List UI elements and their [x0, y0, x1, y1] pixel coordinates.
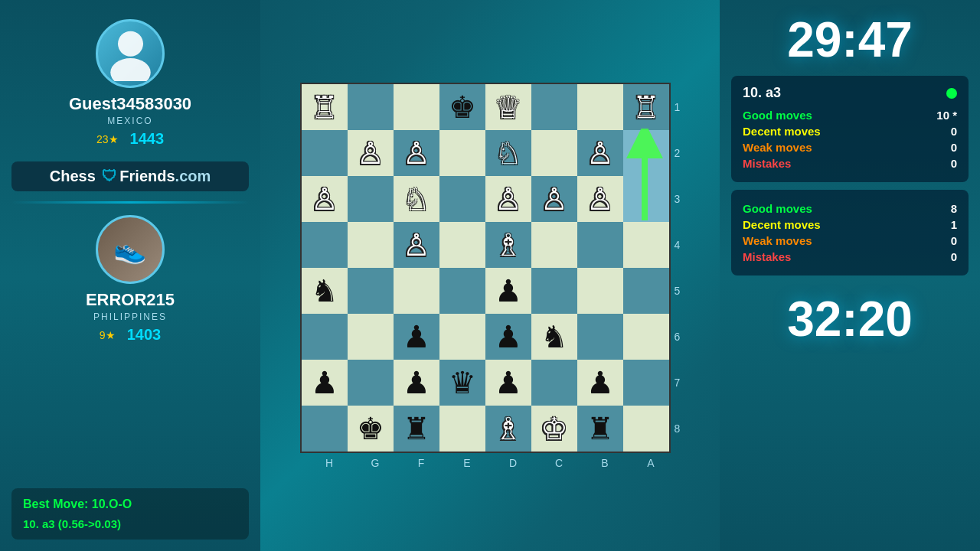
board-cell[interactable] [439, 314, 485, 360]
chess-piece: ♙ [586, 138, 614, 168]
board-cell[interactable] [302, 222, 348, 268]
decent-moves-label: Decent moves [743, 125, 821, 138]
board-cell[interactable]: ♟ [394, 314, 439, 360]
svg-point-1 [110, 58, 151, 81]
board-cell[interactable] [439, 222, 485, 268]
mistakes-label: Mistakes [743, 157, 791, 170]
board-cell[interactable] [348, 314, 394, 360]
board-cell[interactable]: ♘ [485, 130, 531, 176]
board-cell[interactable] [531, 130, 577, 176]
board-cell[interactable] [439, 176, 485, 222]
chess-board-wrapper: ♖♚♕♖♙♙♘♙♙♘♙♙♙♙♗♞♟♟♟♞♟♟♛♟♟♚♜♗♔♜ [300, 83, 671, 453]
board-cell[interactable] [623, 130, 669, 176]
board-cell[interactable] [394, 84, 439, 130]
board-cell[interactable]: ♟ [485, 268, 531, 314]
board-cell[interactable]: ♟ [302, 360, 348, 406]
board-cell[interactable]: ♜ [577, 406, 623, 452]
board-cell[interactable]: ♞ [302, 268, 348, 314]
board-cell[interactable] [348, 84, 394, 130]
board-cell[interactable] [623, 314, 669, 360]
player2-card: 👟 ERROR215 PHILIPPINES 9★ 1403 [11, 207, 249, 351]
board-cell[interactable]: ♗ [485, 222, 531, 268]
board-cell[interactable] [302, 406, 348, 452]
board-cell[interactable]: ♟ [485, 314, 531, 360]
board-cell[interactable]: ♙ [577, 130, 623, 176]
player2-stats: 9★ 1403 [100, 326, 161, 344]
player1-avatar [96, 19, 165, 88]
chess-piece: ♘ [495, 138, 522, 168]
board-cell[interactable]: ♚ [439, 84, 485, 130]
board-cell[interactable]: ♙ [531, 176, 577, 222]
board-cell[interactable]: ♕ [485, 84, 531, 130]
chess-piece: ♟ [403, 321, 430, 352]
file-f: F [398, 457, 444, 469]
board-cell[interactable] [439, 268, 485, 314]
board-cell[interactable]: ♖ [302, 84, 348, 130]
board-cell[interactable]: ♔ [531, 406, 577, 452]
board-cell[interactable] [623, 360, 669, 406]
board-cell[interactable] [623, 176, 669, 222]
chess-piece: ♟ [495, 367, 522, 398]
board-cell[interactable] [623, 268, 669, 314]
board-cell[interactable]: ♙ [348, 130, 394, 176]
board-cell[interactable] [531, 268, 577, 314]
board-cell[interactable]: ♘ [394, 176, 439, 222]
player2-mistakes-row: Mistakes 0 [743, 250, 957, 263]
board-cell[interactable] [302, 130, 348, 176]
board-cell[interactable] [577, 314, 623, 360]
board-cell[interactable]: ♙ [394, 130, 439, 176]
player1-stars: 23★ [96, 133, 119, 145]
board-cell[interactable] [348, 176, 394, 222]
chess-piece: ♟ [495, 276, 522, 306]
file-c: C [536, 457, 582, 469]
board-cell[interactable] [577, 222, 623, 268]
chess-piece: ♙ [586, 184, 614, 214]
player2-rating: 1403 [127, 326, 162, 344]
rank-3: 3 [675, 176, 681, 222]
board-cell[interactable] [577, 84, 623, 130]
chess-piece: ♘ [403, 184, 430, 214]
board-cell[interactable] [623, 222, 669, 268]
board-cell[interactable] [531, 360, 577, 406]
board-cell[interactable] [439, 406, 485, 452]
board-cell[interactable]: ♞ [531, 314, 577, 360]
file-b: B [582, 457, 628, 469]
board-cell[interactable] [577, 268, 623, 314]
board-cell[interactable] [348, 360, 394, 406]
board-cell[interactable]: ♚ [348, 406, 394, 452]
board-cell[interactable] [531, 84, 577, 130]
board-cell[interactable]: ♟ [485, 360, 531, 406]
board-cell[interactable]: ♜ [394, 406, 439, 452]
board-cell[interactable]: ♛ [439, 360, 485, 406]
board-cell[interactable]: ♟ [394, 360, 439, 406]
board-cell[interactable]: ♗ [485, 406, 531, 452]
chess-board[interactable]: ♖♚♕♖♙♙♘♙♙♘♙♙♙♙♗♞♟♟♟♞♟♟♛♟♟♚♜♗♔♜ [300, 83, 671, 453]
board-cell[interactable]: ♙ [302, 176, 348, 222]
file-d: D [490, 457, 536, 469]
board-cell[interactable] [348, 222, 394, 268]
player1-name: Guest34583030 [69, 94, 191, 114]
chess-piece: ♚ [449, 92, 476, 122]
rank-2: 2 [675, 130, 681, 176]
divider [11, 201, 249, 204]
board-cell[interactable] [439, 130, 485, 176]
board-cell[interactable]: ♟ [577, 360, 623, 406]
player1-decent-moves-row: Decent moves 0 [743, 125, 957, 138]
board-cell[interactable]: ♙ [485, 176, 531, 222]
center-panel: ♖♚♕♖♙♙♘♙♙♘♙♙♙♙♗♞♟♟♟♞♟♟♛♟♟♚♜♗♔♜ 1 2 3 4 5… [260, 0, 720, 551]
board-cell[interactable] [348, 268, 394, 314]
board-cell[interactable]: ♙ [577, 176, 623, 222]
player2-avatar: 👟 [96, 215, 165, 284]
board-cell[interactable]: ♙ [394, 222, 439, 268]
board-cell[interactable] [302, 314, 348, 360]
board-cell[interactable] [531, 222, 577, 268]
board-cell[interactable] [623, 406, 669, 452]
chess-piece: ♚ [357, 413, 384, 444]
player2-mistakes-value: 0 [951, 250, 957, 263]
board-cell[interactable]: ♖ [623, 84, 669, 130]
board-cell[interactable] [394, 268, 439, 314]
best-move-label: Best Move: 10.O-O [23, 497, 237, 511]
chess-friends-logo: Chess 🛡Friends.com [11, 161, 249, 191]
player1-mistakes-row: Mistakes 0 [743, 157, 957, 170]
player2-stats-panel: Good moves 8 Decent moves 1 Weak moves 0… [731, 190, 969, 276]
